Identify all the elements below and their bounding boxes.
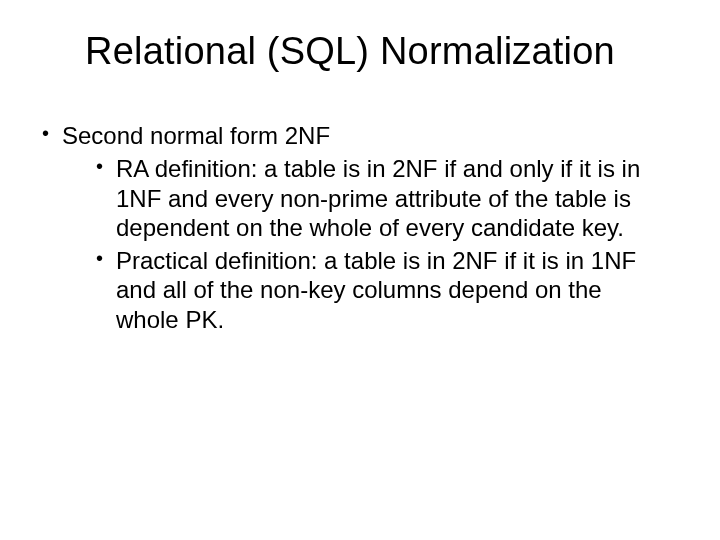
bullet-text: Practical definition: a table is in 2NF … [116, 247, 636, 333]
bullet-text: RA definition: a table is in 2NF if and … [116, 155, 640, 241]
slide-title: Relational (SQL) Normalization [40, 30, 660, 73]
list-item: Second normal form 2NF RA definition: a … [40, 121, 660, 334]
slide: Relational (SQL) Normalization Second no… [0, 0, 720, 540]
bullet-text: Second normal form 2NF [62, 122, 330, 149]
list-item: Practical definition: a table is in 2NF … [94, 246, 660, 334]
bullet-list-level1: Second normal form 2NF RA definition: a … [40, 121, 660, 334]
list-item: RA definition: a table is in 2NF if and … [94, 154, 660, 242]
bullet-list-level2: RA definition: a table is in 2NF if and … [62, 154, 660, 334]
